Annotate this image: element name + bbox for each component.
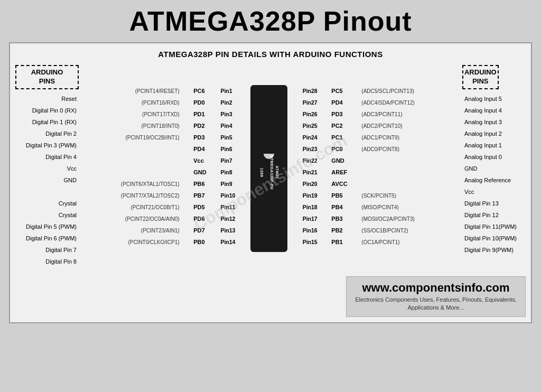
left-pnum-col: Pin1Pin2Pin3Pin4Pin5Pin6Pin7Pin8Pin9Pin1… [219, 85, 236, 248]
right-arduino-labels: Analog Input 5Analog Input 4Analog Input… [462, 94, 517, 256]
left-pnum-entry: Pin11 [219, 201, 236, 213]
left-arduino-col: ARDUINOPINS ResetDigital Pin 0 (RX)Digit… [15, 65, 79, 268]
right-arduino-label: Analog Input 5 [462, 94, 517, 105]
right-pname-entry: PD4 [330, 97, 348, 108]
right-pnum-entry: Pin22 [302, 155, 319, 166]
right-pnum-entry: Pin18 [302, 201, 319, 213]
right-pnum-entry: Pin19 [302, 190, 319, 201]
right-pnum-entry: Pin28 [302, 85, 319, 97]
left-pnum-entry: Pin8 [219, 166, 236, 178]
left-pname-entry: PB7 [192, 190, 207, 201]
right-arduino-col: ARDUINOPINS Analog Input 5Analog Input 4… [462, 65, 526, 256]
right-pnum-entry: Pin21 [302, 166, 319, 178]
left-pnum-entry: Pin1 [219, 85, 236, 97]
left-pnum-entry: Pin10 [219, 190, 236, 201]
right-pnum-entry: Pin16 [302, 225, 319, 236]
right-pnum-entry: Pin25 [302, 120, 319, 132]
right-arduino-label: Analog Input 0 [462, 152, 517, 163]
right-arduino-header: ARDUINOPINS [462, 65, 499, 89]
left-pname-entry: PD4 [192, 143, 207, 155]
right-pnum-entry: Pin17 [302, 213, 319, 225]
left-arduino-label: Digital Pin 6 (PWM) [15, 233, 79, 245]
right-arduino-label: Analog Input 2 [462, 128, 517, 140]
left-pname-entry: PD1 [192, 108, 207, 120]
left-func-entry: (PCINT21/OC0B/T1) [91, 201, 181, 213]
right-arduino-label: Analog Reference [462, 175, 517, 186]
left-pnum-col-wrap: Pin1Pin2Pin3Pin4Pin5Pin6Pin7Pin8Pin9Pin1… [219, 85, 236, 248]
left-func-entry: (PCINT23/AIN1) [91, 225, 181, 236]
left-pname-entry: PD7 [192, 225, 207, 236]
content-box: Componentsinfo.com ATMEGA328P PIN DETAIL… [9, 42, 532, 323]
right-pname-entry: PB5 [330, 190, 348, 201]
right-func-entry: (SS/OC1B/PCINT2) [360, 225, 450, 236]
pinout-area: ARDUINOPINS ResetDigital Pin 0 (RX)Digit… [15, 65, 526, 268]
right-func-entry: (ADC0/PCINT8) [360, 143, 450, 155]
right-arduino-label: Analog Input 1 [462, 140, 517, 152]
right-pnum-entry: Pin27 [302, 97, 319, 108]
left-pnum-entry: Pin7 [219, 155, 236, 166]
left-pname-entry: PC6 [192, 85, 207, 97]
right-pnum-col: Pin28Pin27Pin26Pin25Pin24Pin23Pin22Pin21… [302, 85, 319, 248]
left-pname-entry: PD5 [192, 201, 207, 213]
right-pname-entry: PD3 [330, 108, 348, 120]
left-pin-details: (PCINT14/RESET)(PCINT16/RXD)(PCINT17/TXD… [91, 85, 181, 248]
footer-box: www.componentsinfo.com Electronics Compo… [346, 276, 526, 317]
right-func-entry: (ADC5/SCL/PCINT13) [360, 85, 450, 97]
left-func-entry: (PCINT19/OC2B/INT1) [91, 132, 181, 143]
right-pname-col: PC5PD4PD3PC2PC1PC0GNDAREFAVCCPB5PB4PB3PB… [330, 85, 348, 248]
right-arduino-label: Analog Input 3 [462, 117, 517, 128]
left-arduino-label: Crystal [15, 198, 79, 210]
left-pnum-entry: Pin9 [219, 178, 236, 190]
content-footer: www.componentsinfo.com Electronics Compo… [15, 271, 526, 317]
right-func-entry: (ADC4/SDA/PCINT12) [360, 97, 450, 108]
right-pname-entry: PB1 [330, 236, 348, 248]
right-pname-entry: PB2 [330, 225, 348, 236]
left-pnum-entry: Pin2 [219, 97, 236, 108]
left-func-entry: (PCINT22/OC0A/AIN0) [91, 213, 181, 225]
right-arduino-label: GND [462, 163, 517, 175]
left-arduino-label: GND [15, 175, 79, 186]
left-arduino-label: Digital Pin 8 [15, 256, 79, 268]
left-func-col: (PCINT14/RESET)(PCINT16/RXD)(PCINT17/TXD… [91, 85, 181, 248]
right-pname-entry: AREF [330, 166, 348, 178]
right-pname-entry: PB3 [330, 213, 348, 225]
right-pname-entry: GND [330, 155, 348, 166]
left-pnum-entry: Pin5 [219, 132, 236, 143]
left-arduino-label: Digital Pin 0 (RX) [15, 105, 79, 117]
left-arduino-labels: ResetDigital Pin 0 (RX)Digital Pin 1 (RX… [15, 94, 79, 268]
right-pnum-entry: Pin26 [302, 108, 319, 120]
left-func-entry: (PCINT14/RESET) [91, 85, 181, 97]
right-pname-entry: PC2 [330, 120, 348, 132]
right-arduino-label: Digital Pin 11(PWM) [462, 221, 517, 233]
left-pnum-entry: Pin13 [219, 225, 236, 236]
right-pname-entry: PB4 [330, 201, 348, 213]
left-arduino-label: Digital Pin 2 [15, 128, 79, 140]
footer-desc: Electronics Components Uses, Features, P… [353, 296, 519, 312]
left-arduino-label: Crystal [15, 210, 79, 221]
right-func-col-wrap: (ADC5/SCL/PCINT13)(ADC4/SDA/PCINT12)(ADC… [360, 85, 450, 248]
left-func-entry: (PCINT7/XTAL2/TOSC2) [91, 190, 181, 201]
left-func-entry [91, 166, 181, 178]
left-arduino-label: Digital Pin 4 [15, 152, 79, 163]
right-pnum-entry: Pin15 [302, 236, 319, 248]
right-pname-entry: PC0 [330, 143, 348, 155]
right-pname-entry: AVCC [330, 178, 348, 190]
left-pname-entry: PD2 [192, 120, 207, 132]
left-arduino-label [15, 186, 79, 198]
right-pname-entry: PC1 [330, 132, 348, 143]
left-func-entry: (PCINT18/INT0) [91, 120, 181, 132]
left-pname-col-wrap: PC6PD0PD1PD2PD3PD4VccGNDPB6PB7PD5PD6PD7P… [192, 85, 207, 248]
right-func-entry [360, 178, 450, 190]
right-func-entry [360, 166, 450, 178]
left-func-entry: (PCINT16/RXD) [91, 97, 181, 108]
subtitle: ATMEGA328P PIN DETAILS WITH ARDUINO FUNC… [15, 50, 526, 59]
right-pname-col-wrap: PC5PD4PD3PC2PC1PC0GNDAREFAVCCPB5PB4PB3PB… [330, 85, 348, 248]
right-func-entry: (MOSI/OC2A/PCINT3) [360, 213, 450, 225]
right-arduino-label: Digital Pin 13 [462, 198, 517, 210]
ic-text: ATMELATMEGA328P-PU1288 [258, 156, 279, 190]
left-pname-entry: Vcc [192, 155, 207, 166]
left-pname-entry: PD3 [192, 132, 207, 143]
left-pname-entry: PB0 [192, 236, 207, 248]
left-func-entry: (PCINT6/XTAL1/TOSC1) [91, 178, 181, 190]
left-arduino-header: ARDUINOPINS [15, 65, 79, 89]
